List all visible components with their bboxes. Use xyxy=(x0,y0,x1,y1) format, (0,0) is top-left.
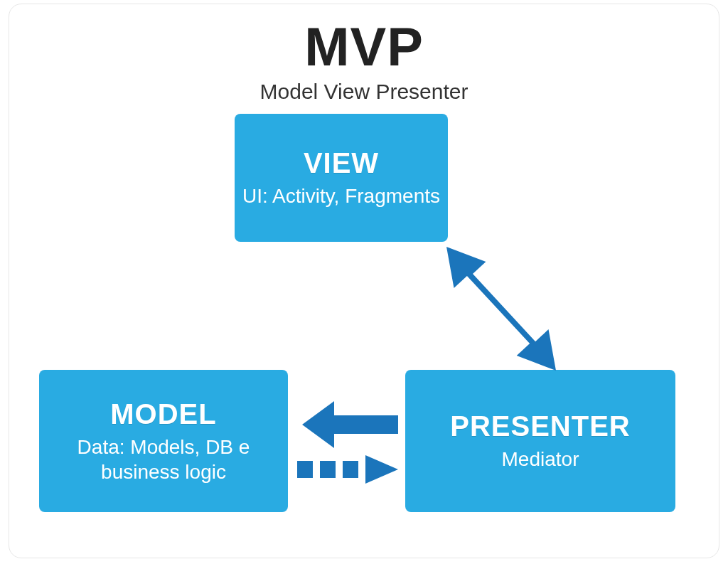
diagram-subtitle: Model View Presenter xyxy=(0,80,728,104)
box-presenter-subtitle: Mediator xyxy=(502,447,579,472)
box-view: VIEW UI: Activity, Fragments xyxy=(235,114,448,242)
box-presenter: PRESENTER Mediator xyxy=(405,370,675,512)
box-view-title: VIEW xyxy=(304,147,379,179)
box-model: MODEL Data: Models, DB e business logic xyxy=(39,370,288,512)
diagram-title: MVP xyxy=(0,16,728,78)
box-view-subtitle: UI: Activity, Fragments xyxy=(242,183,440,208)
box-presenter-title: PRESENTER xyxy=(450,410,631,442)
box-model-subtitle: Data: Models, DB e business logic xyxy=(39,435,288,484)
box-model-title: MODEL xyxy=(110,398,216,430)
